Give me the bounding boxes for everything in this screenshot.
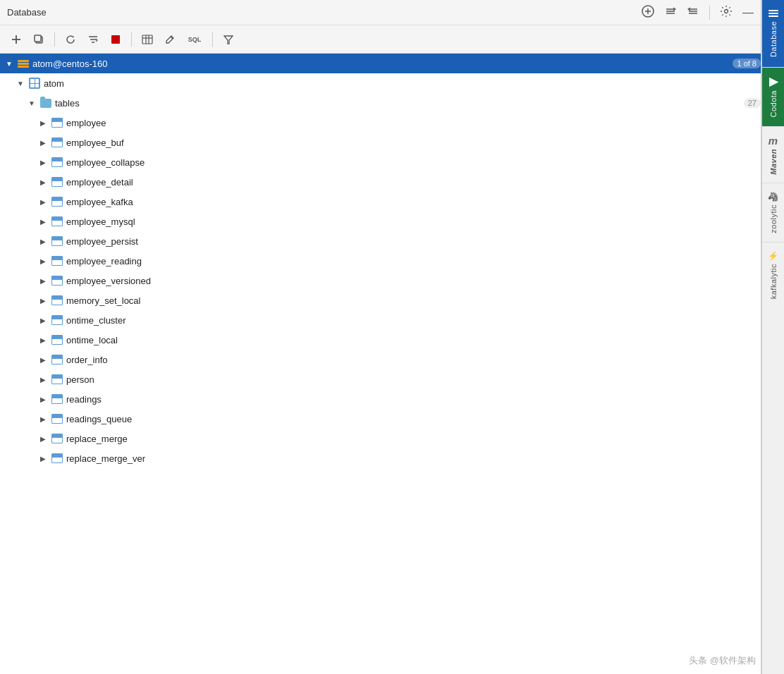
stop-button[interactable] — [106, 30, 125, 49]
db-bars-icon — [768, 10, 778, 17]
table-item[interactable]: ▶ employee_mysql — [0, 212, 761, 231]
codota-tab-label: Codota — [769, 90, 778, 117]
table-item[interactable]: ▶ replace_merge — [0, 429, 761, 448]
table-arrow[interactable]: ▶ — [38, 374, 48, 384]
zoolytic-tab-label: zoolytic — [769, 204, 778, 233]
schema-icon — [28, 77, 41, 90]
table-item[interactable]: ▶ employee_reading — [0, 251, 761, 271]
table-icon — [51, 235, 63, 247]
table-item[interactable]: ▶ ontime_local — [0, 330, 761, 350]
table-label: employee_versioned — [66, 276, 761, 286]
separator — [709, 6, 710, 20]
table-item[interactable]: ▶ employee_detail — [0, 172, 761, 192]
table-item[interactable]: ▶ employee — [0, 113, 761, 133]
table-arrow[interactable]: ▶ — [38, 157, 48, 167]
table-item[interactable]: ▶ employee_buf — [0, 133, 761, 152]
sidebar-tab-maven[interactable]: m Maven — [762, 127, 784, 184]
duplicate-button[interactable] — [30, 30, 48, 49]
table-icon — [51, 195, 63, 208]
table-icon — [51, 255, 63, 267]
table-icon — [51, 393, 63, 405]
table-label: replace_merge — [66, 434, 761, 444]
edit-button[interactable] — [161, 30, 179, 49]
table-item[interactable]: ▶ employee_kafka — [0, 192, 761, 212]
connection-arrow[interactable]: ▼ — [4, 59, 14, 68]
table-label: employee_buf — [66, 137, 761, 148]
table-label: employee_kafka — [66, 197, 761, 207]
sidebar-tab-zoolytic[interactable]: 🦓 zoolytic — [762, 183, 784, 243]
sql-button[interactable]: SQL — [183, 30, 206, 49]
table-icon — [51, 136, 63, 149]
table-arrow[interactable]: ▶ — [38, 434, 48, 443]
table-label: employee_reading — [66, 256, 761, 266]
table-label: readings — [66, 394, 761, 405]
table-item[interactable]: ▶ person — [0, 369, 761, 389]
connection-icon — [17, 57, 30, 70]
table-item[interactable]: ▶ ontime_cluster — [0, 310, 761, 330]
table-arrow[interactable]: ▶ — [38, 197, 48, 207]
sidebar-tab-kafkalytic[interactable]: ⚡ kafkalytic — [762, 243, 784, 307]
table-arrow[interactable]: ▶ — [38, 177, 48, 187]
add-button[interactable] — [7, 30, 25, 49]
table-item[interactable]: ▶ employee_collapse — [0, 152, 761, 172]
table-item[interactable]: ▶ replace_merge_ver — [0, 448, 761, 468]
table-arrow[interactable]: ▶ — [38, 315, 48, 325]
table-icon — [51, 432, 63, 445]
tables-folder[interactable]: ▼ tables 27 — [0, 93, 761, 113]
table-label: employee_persist — [66, 236, 761, 247]
table-arrow[interactable]: ▶ — [38, 137, 48, 147]
table-view-button[interactable] — [138, 30, 157, 49]
tables-count: 27 — [744, 98, 761, 108]
table-arrow[interactable]: ▶ — [38, 355, 48, 364]
table-arrow[interactable]: ▶ — [38, 256, 48, 266]
table-icon — [51, 215, 63, 228]
kafkalytic-tab-label: kafkalytic — [769, 264, 778, 299]
filter-button[interactable] — [219, 30, 238, 49]
table-item[interactable]: ▶ employee_versioned — [0, 271, 761, 290]
toolbar-sep-3 — [212, 32, 213, 47]
svg-rect-18 — [142, 35, 152, 44]
schema-arrow[interactable]: ▼ — [16, 78, 25, 88]
table-arrow[interactable]: ▶ — [38, 236, 48, 246]
table-item[interactable]: ▶ readings_queue — [0, 409, 761, 429]
table-item-readings[interactable]: ▶ readings — [0, 389, 761, 409]
minimize-icon[interactable]: — — [742, 6, 754, 19]
add-connection-icon[interactable] — [642, 5, 654, 20]
table-arrow[interactable]: ▶ — [38, 118, 48, 128]
connection-item[interactable]: ▼ atom@centos-160 1 of 8 — [0, 54, 761, 73]
table-icon — [51, 274, 63, 287]
refresh-button[interactable] — [61, 30, 80, 49]
svg-rect-13 — [35, 35, 41, 42]
sidebar-tab-database[interactable]: Database — [762, 0, 784, 68]
toolbar: SQL — [0, 25, 761, 54]
toolbar-sep-2 — [131, 32, 132, 47]
table-arrow[interactable]: ▶ — [38, 216, 48, 226]
table-item[interactable]: ▶ memory_set_local — [0, 290, 761, 310]
svg-rect-17 — [111, 35, 120, 44]
database-tab-label: Database — [769, 21, 778, 57]
filter-data-button[interactable] — [84, 30, 102, 49]
table-label: readings_queue — [66, 414, 761, 424]
sidebar-tab-codota[interactable]: ▶ Codota — [762, 68, 784, 126]
table-icon — [51, 156, 63, 168]
collapse-icon[interactable] — [664, 5, 677, 20]
table-label: order_info — [66, 355, 761, 365]
table-item[interactable]: ▶ order_info — [0, 350, 761, 369]
table-arrow[interactable]: ▶ — [38, 335, 48, 345]
table-arrow[interactable]: ▶ — [38, 414, 48, 424]
table-arrow[interactable]: ▶ — [38, 453, 48, 463]
right-sidebar: Database ▶ Codota m Maven 🦓 zoolytic ⚡ k… — [761, 0, 784, 674]
folder-icon — [39, 97, 52, 109]
table-arrow[interactable]: ▶ — [38, 394, 48, 404]
expand-icon[interactable] — [687, 5, 699, 20]
table-item[interactable]: ▶ employee_persist — [0, 231, 761, 251]
schema-item[interactable]: ▼ atom — [0, 73, 761, 93]
main-panel: Database — [0, 0, 761, 674]
maven-tab-label: Maven — [769, 149, 778, 175]
table-label: replace_merge_ver — [66, 453, 761, 464]
settings-icon[interactable] — [720, 5, 733, 20]
table-arrow[interactable]: ▶ — [38, 276, 48, 286]
table-arrow[interactable]: ▶ — [38, 295, 48, 305]
tree-container[interactable]: ▼ atom@centos-160 1 of 8 ▼ atom ▼ tables — [0, 54, 761, 674]
tables-arrow[interactable]: ▼ — [27, 98, 37, 108]
